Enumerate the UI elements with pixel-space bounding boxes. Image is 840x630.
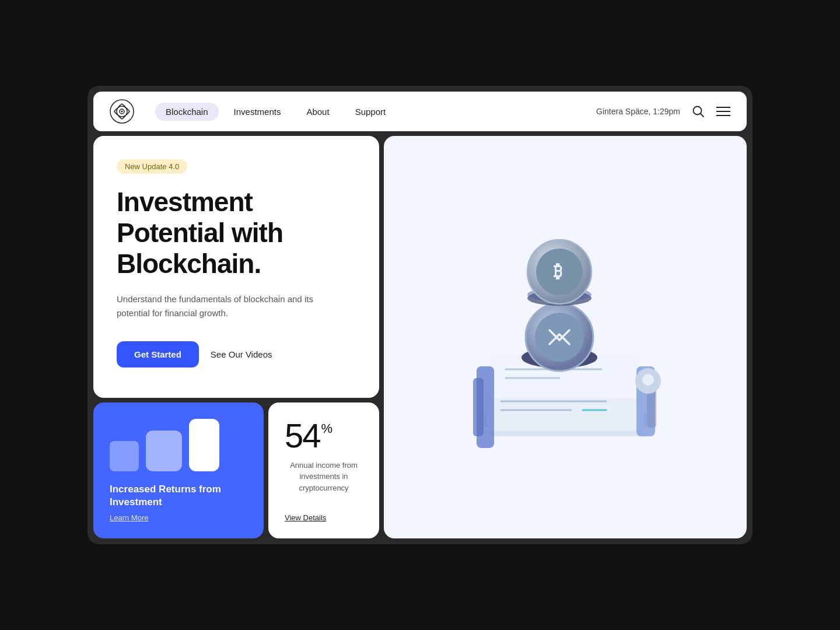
svg-line-4 [701, 114, 704, 117]
bar-1 [110, 441, 139, 471]
navbar: Blockchain Investments About Support Gin… [93, 92, 747, 131]
bottom-cards: Increased Returns from Investment Learn … [93, 402, 379, 538]
hero-subtitle: Understand the fundamentals of blockchai… [117, 292, 332, 320]
nav-item-blockchain[interactable]: Blockchain [155, 103, 219, 121]
crypto-illustration: ₿ [384, 136, 747, 538]
stat-percent: % [321, 422, 332, 435]
update-badge: New Update 4.0 [117, 159, 187, 174]
hero-actions: Get Started See Our Videos [117, 341, 356, 368]
view-details-link[interactable]: View Details [285, 513, 363, 522]
left-panel: New Update 4.0 Investment Potential with… [93, 136, 379, 538]
nav-item-investments[interactable]: Investments [223, 103, 292, 121]
nav-links: Blockchain Investments About Support [155, 103, 596, 121]
right-panel: ₿ [384, 136, 747, 538]
svg-point-2 [121, 111, 123, 113]
svg-point-26 [535, 313, 584, 362]
nav-item-support[interactable]: Support [345, 103, 397, 121]
stat-number: 54% [285, 419, 363, 453]
hero-card: New Update 4.0 Investment Potential with… [93, 136, 379, 398]
stat-card: 54% Annual income from investments in cr… [268, 402, 379, 538]
nav-item-about[interactable]: About [296, 103, 340, 121]
logo-icon [110, 99, 134, 124]
get-started-button[interactable]: Get Started [117, 341, 199, 368]
blue-card: Increased Returns from Investment Learn … [93, 402, 264, 538]
menu-button[interactable] [716, 106, 730, 117]
bar-3 [189, 419, 219, 471]
search-button[interactable] [692, 105, 705, 118]
logo-area [110, 99, 134, 124]
svg-rect-18 [473, 378, 484, 436]
hamburger-icon [716, 106, 730, 117]
stat-description: Annual income from investments in crypto… [285, 460, 363, 494]
search-icon [692, 105, 705, 118]
blue-card-title: Increased Returns from Investment [110, 483, 247, 509]
content-area: New Update 4.0 Investment Potential with… [93, 136, 747, 538]
blockchain-visual: ₿ [443, 186, 688, 489]
app-container: Blockchain Investments About Support Gin… [88, 86, 752, 544]
datetime-display: Gintera Späce, 1:29pm [596, 107, 680, 116]
svg-text:₿: ₿ [554, 261, 562, 281]
hero-title: Investment Potential with Blockchain. [117, 187, 356, 279]
bar-chart [110, 419, 247, 471]
nav-right: Gintera Späce, 1:29pm [596, 105, 730, 118]
bar-2 [146, 430, 182, 471]
learn-more-link[interactable]: Learn More [110, 513, 247, 522]
svg-point-22 [642, 374, 654, 386]
see-videos-button[interactable]: See Our Videos [211, 349, 272, 359]
